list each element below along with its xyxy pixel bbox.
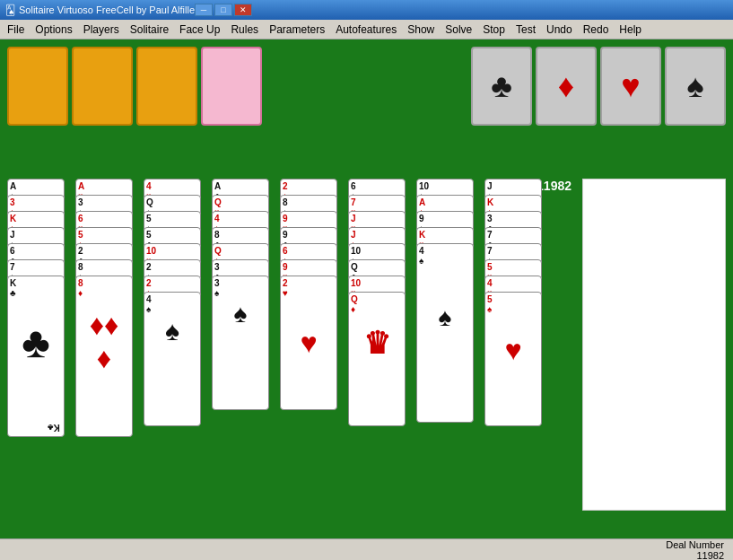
free-cell-3[interactable]	[136, 47, 197, 126]
right-panel	[582, 179, 726, 511]
menu-faceup[interactable]: Face Up	[174, 22, 225, 38]
menu-undo[interactable]: Undo	[541, 22, 578, 38]
deal-number: Deal Number 11982	[666, 539, 724, 561]
column-5[interactable]: 2♦ 8♠ 9♥ 9♣ 6♦ 9♥ 2♥ ♥	[280, 179, 345, 448]
column-1[interactable]: A♠ A♠ ♥ 3♦ K♦ J♠ 6♣ 7♠ K♣ ♣ K♣	[7, 179, 72, 448]
menu-players[interactable]: Players	[78, 22, 125, 38]
status-bar: Deal Number 11982	[0, 538, 733, 560]
column-4[interactable]: A♣ Q♥ 4♦ 8♣ Q♦ 3♣ 3♠ ♠	[212, 179, 276, 448]
column-3[interactable]: 4♥ Q♠ 5♠ 5♣ 10♥ 2♠ 2♦ 4♠ ♠	[144, 179, 208, 448]
columns-area: A♠ A♠ ♥ 3♦ K♦ J♠ 6♣ 7♠ K♣ ♣ K♣	[0, 179, 556, 448]
game-area: ♣ ♦ ♥ ♠ 11982 A♠ A♠ ♥ 3♦ K♦	[0, 39, 733, 560]
title-text: Solitaire Virtuoso FreeCell by Paul Alfi…	[19, 4, 195, 15]
menu-stop[interactable]: Stop	[477, 22, 510, 38]
menu-rules[interactable]: Rules	[225, 22, 264, 38]
menu-options[interactable]: Options	[30, 22, 77, 38]
menu-file[interactable]: File	[2, 22, 30, 38]
free-cell-4[interactable]	[201, 47, 262, 126]
top-area: ♣ ♦ ♥ ♠	[0, 39, 733, 133]
column-8[interactable]: J♠ K♦ 3♣ 7♣ 7♠ 5♥ 4♥ 5♠ ♥	[484, 179, 549, 448]
menu-redo[interactable]: Redo	[578, 22, 615, 38]
window-controls: ─ □ ✕	[195, 4, 252, 16]
title-icon: 🂡	[5, 4, 15, 16]
column-2[interactable]: A♥ 3♠ 6♥ 5♦ 2♣ 8♠ 8♦ ♦♦♦	[75, 179, 140, 448]
menu-bar: File Options Players Solitaire Face Up R…	[0, 20, 733, 39]
free-cell-2[interactable]	[72, 47, 133, 126]
menu-help[interactable]: Help	[614, 22, 647, 38]
foundation-clubs[interactable]: ♣	[471, 47, 532, 126]
menu-solve[interactable]: Solve	[440, 22, 477, 38]
column-7[interactable]: 10♠ A♦ 9♠ K♥ 4♠ ♠	[416, 179, 481, 448]
menu-test[interactable]: Test	[510, 22, 541, 38]
minimize-button[interactable]: ─	[195, 4, 213, 16]
column-6[interactable]: 6♠ 7♥ J♥ J♦ 10♠ Q♣ 10♥ Q♦ ♛	[348, 179, 413, 448]
maximize-button[interactable]: □	[214, 4, 232, 16]
menu-show[interactable]: Show	[402, 22, 440, 38]
foundation-spades[interactable]: ♠	[665, 47, 726, 126]
title-bar: 🂡 Solitaire Virtuoso FreeCell by Paul Al…	[0, 0, 733, 20]
foundation-hearts[interactable]: ♥	[600, 47, 661, 126]
close-button[interactable]: ✕	[234, 4, 252, 16]
menu-autofeatures[interactable]: Autofeatures	[330, 22, 402, 38]
menu-parameters[interactable]: Parameters	[264, 22, 330, 38]
menu-solitaire[interactable]: Solitaire	[125, 22, 174, 38]
free-cell-1[interactable]	[7, 47, 68, 126]
foundation-diamonds[interactable]: ♦	[536, 47, 597, 126]
